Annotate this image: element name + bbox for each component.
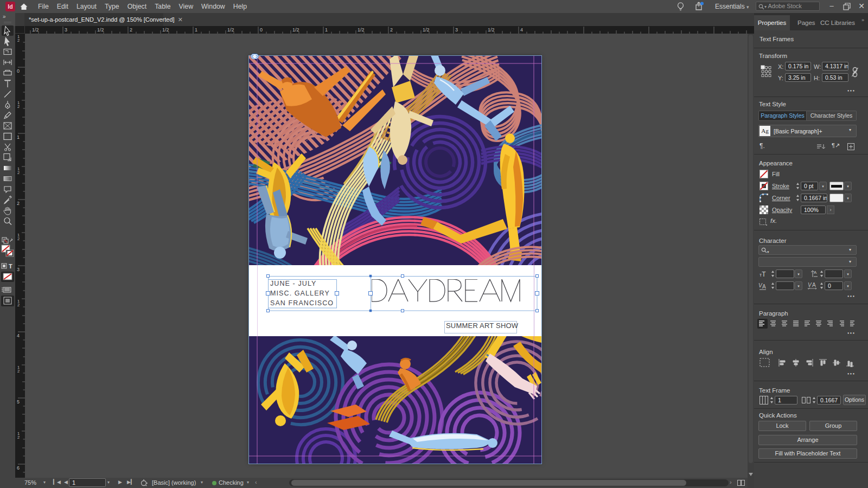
- svg-text:3: 3: [65, 27, 67, 33]
- svg-text:2: 2: [17, 369, 20, 374]
- svg-text:0: 0: [17, 68, 20, 74]
- svg-text:1: 1: [195, 27, 197, 33]
- svg-text:3: 3: [455, 27, 458, 33]
- svg-text:4: 4: [520, 27, 523, 33]
- svg-text:2: 2: [17, 38, 20, 43]
- svg-text:3: 3: [17, 267, 20, 272]
- svg-text:2: 2: [17, 435, 20, 440]
- svg-text:1/2: 1/2: [97, 27, 104, 33]
- svg-text:6: 6: [17, 465, 20, 471]
- svg-text:1: 1: [17, 134, 20, 140]
- svg-text:1/2: 1/2: [227, 27, 234, 33]
- svg-text:A: A: [814, 270, 817, 275]
- svg-text:1/2: 1/2: [358, 27, 365, 33]
- svg-text:1/2: 1/2: [292, 27, 299, 33]
- svg-text:2: 2: [390, 27, 393, 33]
- svg-text:T: T: [9, 263, 12, 269]
- svg-text:2: 2: [17, 201, 20, 206]
- svg-text:A: A: [812, 282, 816, 288]
- svg-text:2: 2: [17, 303, 20, 307]
- svg-text:A: A: [762, 284, 766, 290]
- svg-text:2: 2: [17, 236, 20, 241]
- svg-text:2: 2: [130, 27, 132, 33]
- svg-text:4: 4: [17, 333, 20, 338]
- svg-text:0: 0: [260, 27, 263, 33]
- svg-text:1/2: 1/2: [423, 27, 430, 33]
- svg-text:1/2: 1/2: [488, 27, 495, 33]
- svg-text:1/2: 1/2: [32, 27, 39, 33]
- svg-text:1/2: 1/2: [162, 27, 169, 33]
- svg-text:1: 1: [325, 27, 328, 33]
- svg-text:2: 2: [17, 104, 20, 109]
- svg-text:V: V: [808, 282, 812, 288]
- svg-text:5: 5: [17, 399, 20, 404]
- svg-text:2: 2: [17, 170, 20, 175]
